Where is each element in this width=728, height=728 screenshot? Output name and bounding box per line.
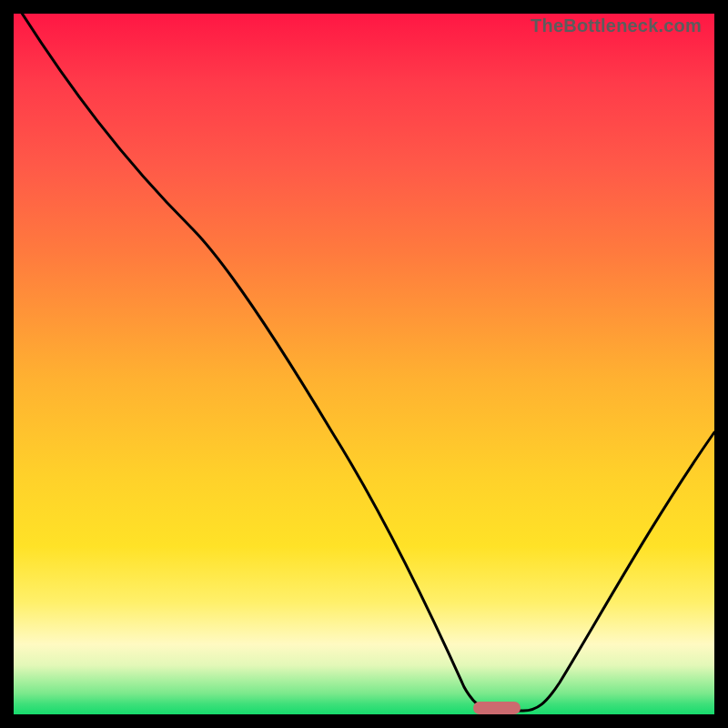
- chart-frame: TheBottleneck.com: [0, 0, 728, 728]
- plot-area: TheBottleneck.com: [14, 14, 714, 714]
- watermark-text: TheBottleneck.com: [531, 15, 702, 36]
- optimal-marker: [473, 702, 521, 714]
- bottleneck-curve: [14, 14, 714, 714]
- curve-path: [16, 14, 714, 711]
